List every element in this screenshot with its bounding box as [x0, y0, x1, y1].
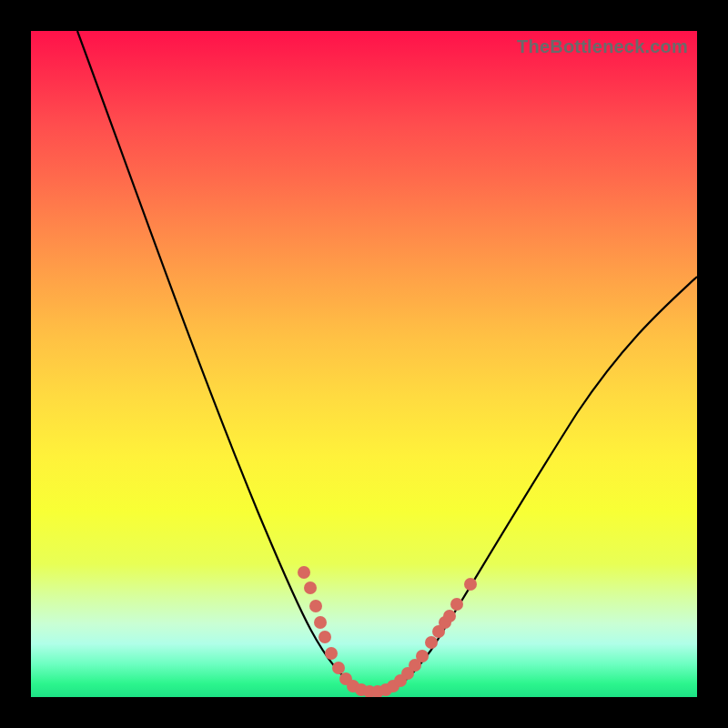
chart-frame: TheBottleneck.com — [0, 0, 728, 728]
curve-path — [77, 31, 697, 693]
svg-point-3 — [314, 616, 327, 629]
svg-point-17 — [416, 650, 429, 662]
chart-plot-area: TheBottleneck.com — [31, 31, 697, 697]
svg-point-2 — [309, 600, 322, 612]
svg-point-4 — [318, 631, 331, 643]
svg-point-23 — [464, 578, 477, 591]
svg-point-18 — [425, 636, 438, 649]
svg-point-22 — [450, 598, 463, 611]
svg-point-21 — [443, 610, 456, 622]
svg-point-1 — [304, 581, 317, 594]
svg-point-0 — [298, 566, 310, 579]
bottleneck-curve — [31, 31, 697, 697]
scatter-dots — [298, 566, 477, 697]
svg-point-5 — [325, 647, 338, 660]
svg-point-6 — [332, 662, 345, 674]
